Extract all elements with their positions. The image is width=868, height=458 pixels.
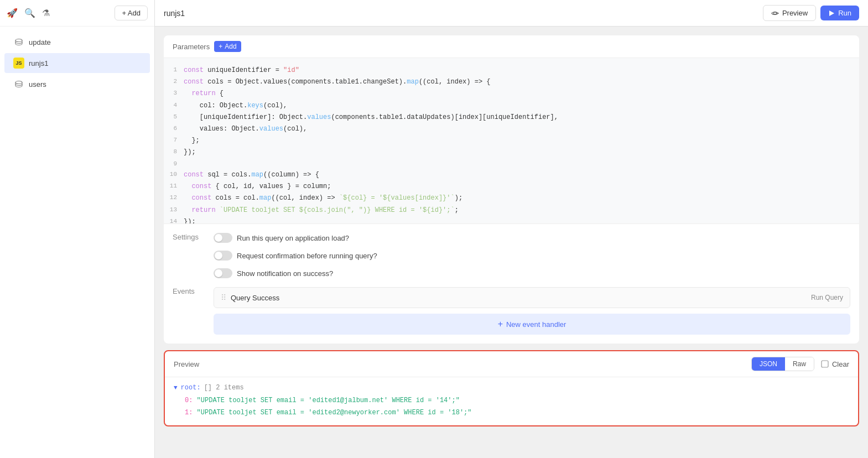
sidebar-item-label-runjs1: runjs1 [29,59,48,67]
data-value-0: "UPDATE tooljet SET email = 'edited1@jal… [197,397,460,404]
preview-button[interactable]: Preview [763,5,816,21]
sidebar-item-label-update: update [29,38,51,46]
preview-header: Preview JSON Raw Clear [165,351,858,377]
code-line-4: 4 col: Object.keys(col), [164,100,859,112]
toggle-app-load-switch[interactable] [214,233,232,243]
events-controls: ⠿ Query Success Run Query + New event ha… [214,278,859,344]
code-line-13: 13 return `UPDATE tooljet SET ${cols.joi… [164,205,859,216]
params-add-button[interactable]: + Add [214,41,241,52]
code-line-14: 14}); [164,216,859,224]
code-editor[interactable]: 1const uniqueIdentifier = "id"2const col… [164,58,859,224]
sidebar-toolbar: 🚀 🔍 ⚗ + Add [0,0,154,27]
sidebar-item-update[interactable]: update [4,32,150,52]
line-content: }); [184,147,196,158]
line-number: 5 [164,112,184,122]
line-number: 3 [164,89,184,98]
sidebar-item-label-users: users [29,80,46,89]
preview-body: ▼ root: [] 2 items 0: "UPDATE tooljet SE… [165,377,858,425]
params-label: Parameters [173,43,210,51]
toggle-app-load-label: Run this query on application load? [237,234,349,242]
toggle-confirmation-switch[interactable] [214,251,232,261]
chevron-down-icon: ▼ [174,384,178,391]
sidebar: 🚀 🔍 ⚗ + Add update JS runjs1 users [0,0,155,458]
event-item-query-success[interactable]: ⠿ Query Success Run Query [214,287,850,308]
line-number: 9 [164,159,184,169]
preview-data-line-1: 1: "UPDATE tooljet SET email = 'edited2@… [174,407,849,419]
settings-label: Settings [164,224,214,278]
data-idx-1: 1: [185,409,193,417]
add-button[interactable]: + Add [115,6,148,20]
event-name: Query Success [231,294,279,302]
line-content: values: Object.values(col), [184,124,307,134]
line-content: const { col, id, values } = column; [184,181,331,192]
new-event-handler-button[interactable]: + New event handler [214,314,850,335]
rocket-icon[interactable]: 🚀 [7,8,18,18]
filter-icon[interactable]: ⚗ [42,8,50,18]
toggle-notification: Show notification on success? [214,268,850,278]
event-action: Run Query [811,294,843,301]
line-number: 8 [164,147,184,157]
root-line: ▼ root: [] 2 items [174,384,849,392]
query-title: runjs1 [164,9,185,18]
data-value-1: "UPDATE tooljet SET email = 'edited2@new… [197,409,472,417]
code-line-6: 6 values: Object.values(col), [164,123,859,135]
line-content: }; [184,136,200,146]
settings-controls: Run this query on application load? Requ… [214,224,859,278]
svg-point-1 [15,81,22,84]
content-area: Parameters + Add 1const uniqueIdentifier… [155,27,868,458]
line-content: const cols = Object.values(components.ta… [184,77,491,87]
topbar-actions: Preview Run [763,5,859,21]
code-line-11: 11 const { col, id, values } = column; [164,181,859,192]
settings-section: Settings Run this query on application l… [164,224,859,278]
line-number: 12 [164,193,184,203]
line-number: 11 [164,181,184,191]
tab-json[interactable]: JSON [752,357,785,371]
code-line-5: 5 [uniqueIdentifier]: Object.values(comp… [164,112,859,123]
events-label: Events [164,278,214,344]
tab-group: JSON Raw [751,357,814,371]
sidebar-items-list: update JS runjs1 users [0,27,154,100]
preview-data-line-0: 0: "UPDATE tooljet SET email = 'edited1@… [174,395,849,407]
line-content: }); [184,217,196,224]
code-line-7: 7 }; [164,135,859,147]
line-content: const uniqueIdentifier = "id" [184,65,299,76]
js-icon-runjs1: JS [13,58,24,69]
preview-title: Preview [174,360,745,368]
events-section: Events ⠿ Query Success Run Query + New e… [164,278,859,344]
line-number: 6 [164,124,184,134]
search-icon[interactable]: 🔍 [24,8,35,18]
line-content: return { [184,89,224,99]
line-number: 7 [164,136,184,145]
line-content: [uniqueIdentifier]: Object.values(compon… [184,112,558,123]
sidebar-item-runjs1[interactable]: JS runjs1 [4,53,150,73]
eye-icon [771,9,779,17]
line-content: const cols = col.map((col, index) => `${… [184,193,462,204]
line-number: 14 [164,217,184,224]
clear-icon [821,360,829,368]
line-number: 1 [164,65,184,75]
code-line-8: 8}); [164,147,859,158]
db-icon-users [13,79,24,90]
db-icon-update [13,37,24,48]
drag-handle-icon: ⠿ [221,293,226,302]
topbar: runjs1 Preview Run [155,0,868,27]
toggle-notification-label: Show notification on success? [237,269,333,278]
code-line-1: 1const uniqueIdentifier = "id" [164,65,859,76]
main-area: runjs1 Preview Run Parameters + Add [155,0,868,458]
line-content: return `UPDATE tooljet SET ${cols.join("… [184,205,459,216]
play-icon [828,10,835,17]
sidebar-item-users[interactable]: users [4,74,150,94]
run-button[interactable]: Run [820,6,859,20]
toggle-confirmation: Request confirmation before running quer… [214,251,850,261]
preview-panel: Preview JSON Raw Clear ▼ root: [] 2 item… [164,350,859,426]
code-line-9: 9 [164,159,859,170]
toggle-notification-switch[interactable] [214,268,232,278]
query-panel: Parameters + Add 1const uniqueIdentifier… [164,35,859,344]
line-number: 13 [164,205,184,215]
clear-button[interactable]: Clear [821,360,849,368]
line-number: 10 [164,170,184,180]
root-key: root: [181,384,201,392]
line-content: const sql = cols.map((column) => { [184,170,319,180]
svg-rect-4 [822,361,828,367]
tab-raw[interactable]: Raw [785,357,814,371]
